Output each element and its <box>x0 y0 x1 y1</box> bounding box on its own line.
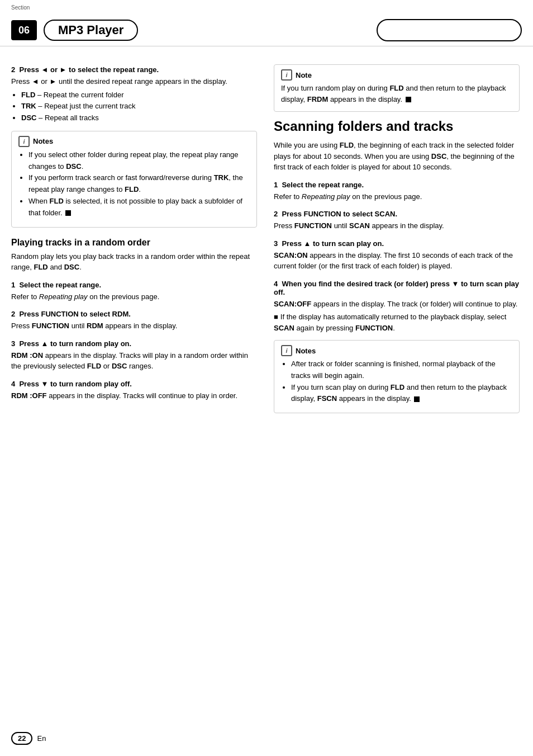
note-label-top: Note <box>296 71 312 79</box>
section-label: Section <box>11 4 30 11</box>
scan-step2-heading: 2 Press FUNCTION to select SCAN. <box>274 210 520 218</box>
right-column: i Note If you turn random play on during… <box>274 58 520 420</box>
random-step1-body: Refer to Repeating play on the previous … <box>11 291 257 303</box>
scan-step1-body: Refer to Repeating play on the previous … <box>274 191 520 202</box>
note-box-top: i Note If you turn random play on during… <box>274 64 520 112</box>
random-heading: Playing tracks in a random order <box>11 238 257 248</box>
notes-list-1: If you select other folder during repeat… <box>28 149 250 219</box>
header: 06 MP3 Player <box>0 4 533 46</box>
notes-header-bottom: i Notes <box>281 345 512 356</box>
scan-square-bullet: If the display has automatically returne… <box>274 311 520 333</box>
page-title: MP3 Player <box>44 20 138 41</box>
list-item: FLD – Repeat the current folder <box>21 89 257 101</box>
step2-body: Press ◄ or ► until the desired repeat ra… <box>11 76 257 87</box>
random-step4-body: RDM :OFF appears in the display. Tracks … <box>11 390 257 401</box>
lang-label: En <box>37 734 46 743</box>
notes-box-bottom: i Notes After track or folder scanning i… <box>274 340 520 413</box>
scan-step1-heading: 1 Select the repeat range. <box>274 181 520 189</box>
notes-label-1: Notes <box>33 137 53 145</box>
scan-step3-heading: 3 Press ▲ to turn scan play on. <box>274 239 520 248</box>
list-item: DSC – Repeat all tracks <box>21 112 257 124</box>
stop-symbol-2 <box>406 97 411 102</box>
page-footer: 22 En <box>11 732 46 745</box>
section-number: 06 <box>11 20 37 40</box>
note-item: When FLD is selected, it is not possible… <box>28 196 250 219</box>
scanning-intro: While you are using FLD, the beginning o… <box>274 140 520 173</box>
step2-heading: 2 Press ◄ or ► to select the repeat rang… <box>11 65 257 74</box>
random-step2-body: Press FUNCTION until RDM appears in the … <box>11 320 257 332</box>
notes-list-bottom: After track or folder scanning is finish… <box>291 358 512 405</box>
note-item: If you perform track search or fast forw… <box>28 172 250 196</box>
step2-number: 2 <box>11 65 19 74</box>
repeat-range-list: FLD – Repeat the current folder TRK – Re… <box>21 89 257 124</box>
note-text-top: If you turn random play on during FLD an… <box>281 83 512 105</box>
note-item-bottom-2: If you turn scan play on during FLD and … <box>291 382 512 405</box>
notes-label-bottom: Notes <box>296 347 316 355</box>
note-item-bottom-1: After track or folder scanning is finish… <box>291 358 512 382</box>
random-intro: Random play lets you play back tracks in… <box>11 251 257 273</box>
page-number: 22 <box>11 732 32 745</box>
note-icon-top: i <box>281 69 292 81</box>
scanning-heading: Scanning folders and tracks <box>274 119 520 134</box>
note-icon-bottom: i <box>281 345 292 356</box>
random-step4-heading: 4 Press ▼ to turn random play off. <box>11 380 257 388</box>
header-right-box <box>377 19 522 41</box>
main-content: 2 Press ◄ or ► to select the repeat rang… <box>0 46 533 431</box>
note-header-top: i Note <box>281 69 512 81</box>
scan-step3-body: SCAN:ON appears in the display. The firs… <box>274 250 520 272</box>
random-step1-heading: 1 Select the repeat range. <box>11 281 257 289</box>
step2-heading-text: Press ◄ or ► to select the repeat range. <box>19 65 159 74</box>
scan-step4-body: SCAN:OFF appears in the display. The tra… <box>274 299 520 310</box>
notes-header-1: i Notes <box>18 136 250 147</box>
stop-symbol-3 <box>414 396 420 402</box>
list-item: TRK – Repeat just the current track <box>21 101 257 112</box>
scan-step4-heading: 4 When you find the desired track (or fo… <box>274 280 520 296</box>
note-icon-1: i <box>18 136 30 147</box>
random-step3-heading: 3 Press ▲ to turn random play on. <box>11 339 257 348</box>
random-step2-heading: 2 Press FUNCTION to select RDM. <box>11 310 257 318</box>
note-item: If you select other folder during repeat… <box>28 149 250 173</box>
stop-symbol <box>65 210 71 216</box>
notes-box-1: i Notes If you select other folder durin… <box>11 131 257 228</box>
left-column: 2 Press ◄ or ► to select the repeat rang… <box>11 58 257 420</box>
scan-step2-body: Press FUNCTION until SCAN appears in the… <box>274 220 520 231</box>
random-step3-body: RDM :ON appears in the display. Tracks w… <box>11 350 257 372</box>
